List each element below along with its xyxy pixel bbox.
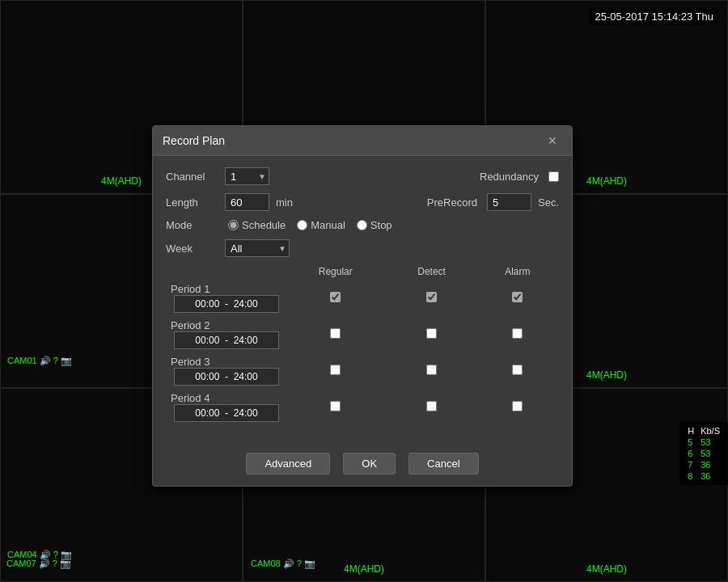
- period-4-alarm: [476, 389, 559, 425]
- period-2-detect-check[interactable]: [426, 328, 437, 339]
- mode-radio-group: Schedule Manual Stop: [228, 219, 392, 231]
- period-2-detect: [387, 316, 476, 352]
- period-4-time[interactable]: [174, 404, 279, 422]
- mode-manual-label: Manual: [311, 219, 345, 231]
- col-period: [166, 264, 284, 280]
- mode-stop-label: Stop: [370, 219, 392, 231]
- col-detect: Detect: [387, 264, 476, 280]
- period-3-alarm: [476, 352, 559, 389]
- channel-select[interactable]: 1 2 3 4: [225, 167, 269, 185]
- period-3-alarm-check[interactable]: [512, 365, 523, 375]
- period-1-alarm: [476, 280, 559, 316]
- period-2-regular-check[interactable]: [330, 328, 341, 339]
- period-3-label: Period 3: [166, 352, 284, 389]
- length-row: Length min PreRecord Sec.: [166, 193, 559, 211]
- table-row: Period 2: [166, 316, 559, 352]
- period-4-alarm-check[interactable]: [512, 401, 523, 411]
- length-label: Length: [166, 196, 218, 209]
- dialog-footer: Advanced OK Cancel: [153, 441, 572, 486]
- week-select[interactable]: All Mon Tue Wed Thu Fri Sat Sun: [225, 239, 290, 257]
- modal-overlay: Record Plan ✕ Channel 1 2 3 4 ▼: [0, 0, 728, 582]
- dialog-header: Record Plan ✕: [153, 126, 572, 156]
- col-alarm: Alarm: [476, 264, 559, 280]
- period-2-alarm: [476, 316, 559, 352]
- period-1-detect: [387, 280, 476, 316]
- record-plan-dialog: Record Plan ✕ Channel 1 2 3 4 ▼: [152, 125, 573, 487]
- period-2-alarm-check[interactable]: [512, 328, 523, 339]
- channel-row: Channel 1 2 3 4 ▼ Redundancy: [166, 167, 559, 185]
- period-3-detect: [387, 352, 476, 389]
- period-4-detect-check[interactable]: [426, 401, 437, 411]
- period-4-detect: [387, 389, 476, 425]
- period-3-regular: [284, 352, 387, 389]
- period-1-time[interactable]: [174, 295, 279, 313]
- week-row: Week All Mon Tue Wed Thu Fri Sat Sun ▼: [166, 239, 559, 257]
- period-1-alarm-check[interactable]: [512, 292, 523, 302]
- channel-group: Channel 1 2 3 4 ▼: [166, 167, 269, 185]
- channel-label: Channel: [166, 171, 218, 183]
- advanced-button[interactable]: Advanced: [246, 453, 330, 474]
- mode-stop[interactable]: Stop: [357, 219, 392, 231]
- redundancy-label: Redundancy: [480, 171, 539, 183]
- table-row: Period 3: [166, 352, 559, 389]
- period-4-label: Period 4: [166, 389, 284, 425]
- prerecord-label: PreRecord: [427, 196, 477, 209]
- mode-schedule-radio[interactable]: [228, 220, 239, 230]
- period-2-label: Period 2: [166, 316, 284, 352]
- dialog-close-button[interactable]: ✕: [543, 133, 562, 149]
- channel-select-wrapper: 1 2 3 4 ▼: [225, 167, 269, 185]
- week-select-wrapper: All Mon Tue Wed Thu Fri Sat Sun ▼: [225, 239, 290, 257]
- week-label: Week: [166, 242, 218, 255]
- table-row: Period 4: [166, 389, 559, 425]
- mode-stop-radio[interactable]: [357, 220, 367, 230]
- mode-manual-radio[interactable]: [297, 220, 307, 230]
- prerecord-group: PreRecord Sec.: [427, 193, 559, 211]
- prerecord-unit: Sec.: [538, 196, 559, 209]
- length-group: Length min: [166, 193, 293, 211]
- schedule-table: Regular Detect Alarm Period 1: [166, 264, 559, 425]
- period-3-regular-check[interactable]: [330, 365, 341, 375]
- dialog-body: Channel 1 2 3 4 ▼ Redundancy: [153, 156, 572, 438]
- period-1-detect-check[interactable]: [426, 292, 437, 302]
- mode-schedule[interactable]: Schedule: [228, 219, 286, 231]
- col-regular: Regular: [284, 264, 387, 280]
- redundancy-group: Redundancy: [480, 171, 559, 183]
- mode-manual[interactable]: Manual: [297, 219, 345, 231]
- period-4-regular: [284, 389, 387, 425]
- period-4-regular-check[interactable]: [330, 401, 341, 411]
- period-3-time[interactable]: [174, 368, 279, 386]
- redundancy-checkbox[interactable]: [548, 171, 559, 182]
- cancel-button[interactable]: Cancel: [408, 453, 478, 474]
- period-1-regular-check[interactable]: [330, 292, 341, 302]
- ok-button[interactable]: OK: [343, 453, 396, 474]
- mode-schedule-label: Schedule: [242, 219, 286, 231]
- period-2-regular: [284, 316, 387, 352]
- period-1-regular: [284, 280, 387, 316]
- period-2-time[interactable]: [174, 331, 279, 349]
- dialog-title: Record Plan: [163, 134, 225, 147]
- mode-row: Mode Schedule Manual Stop: [166, 219, 559, 231]
- period-3-detect-check[interactable]: [426, 365, 437, 375]
- length-unit: min: [276, 196, 293, 209]
- prerecord-input[interactable]: [487, 193, 531, 211]
- period-1-label: Period 1: [166, 280, 284, 316]
- length-input[interactable]: [225, 193, 269, 211]
- table-row: Period 1: [166, 280, 559, 316]
- mode-label: Mode: [166, 219, 218, 231]
